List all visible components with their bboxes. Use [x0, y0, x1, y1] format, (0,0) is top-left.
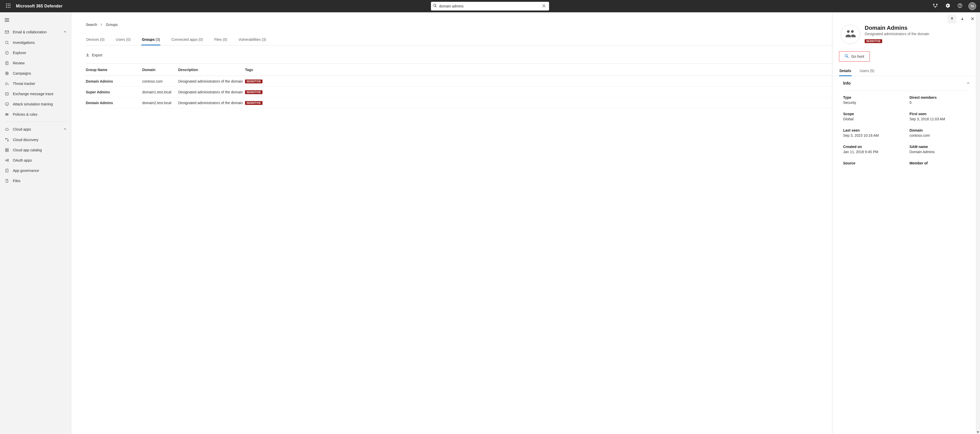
sensitive-badge: SENSITIVE	[245, 101, 262, 105]
info-member-of: Member of	[910, 161, 970, 165]
sidebar-item-oauth-apps[interactable]: OAuth apps	[2, 155, 70, 165]
sidebar-item-investigations[interactable]: Investigations	[2, 38, 70, 48]
tab-vulnerabilities[interactable]: Vulnerabilities (3)	[238, 38, 267, 45]
panel-title: Domain Admins	[865, 25, 929, 31]
sidebar-item-attack-sim[interactable]: Attack simulation training	[2, 99, 70, 109]
cloud-icon	[5, 127, 9, 131]
column-header[interactable]: Group Name	[86, 68, 142, 72]
panel-tab-details[interactable]: Details	[839, 69, 852, 76]
svg-rect-30	[5, 150, 7, 152]
info-section-header[interactable]: Info	[843, 76, 970, 90]
sidebar-item-app-governance[interactable]: App governance	[2, 165, 70, 176]
svg-rect-22	[5, 103, 8, 105]
tab-devices[interactable]: Devices (0)	[86, 38, 105, 45]
panel-prev-button[interactable]	[948, 15, 956, 24]
cell-group-name: Domain Admins	[86, 79, 142, 83]
svg-point-23	[6, 113, 7, 114]
info-sam-name: SAM name Domain Admins	[910, 145, 970, 154]
exchange-trace-icon	[5, 92, 9, 96]
info-value: Sep 3, 2018 11:03 AM	[910, 117, 970, 121]
account-button[interactable]: TA	[967, 0, 978, 12]
column-header[interactable]: Tags	[245, 68, 273, 72]
sidebar-item-review[interactable]: Review	[2, 58, 70, 68]
svg-point-5	[10, 5, 11, 6]
info-label: Domain	[910, 128, 970, 132]
nav-group-cloud[interactable]: Cloud apps	[2, 124, 70, 135]
group-avatar	[840, 25, 860, 44]
app-governance-icon	[5, 168, 9, 173]
info-label: Member of	[910, 161, 970, 165]
hamburger-icon	[5, 18, 9, 23]
nav-group-email[interactable]: Email & collaboration	[2, 27, 70, 38]
flow-button[interactable]	[930, 0, 941, 12]
settings-button[interactable]	[942, 0, 953, 12]
nav-group-label: Email & collaboration	[13, 30, 47, 34]
collapse-nav-button[interactable]	[2, 14, 70, 27]
sidebar-item-exchange-trace[interactable]: Exchange message trace	[2, 89, 70, 99]
sidebar-item-label: Investigations	[13, 41, 35, 44]
tab-users[interactable]: Users (0)	[115, 38, 131, 45]
go-hunt-button[interactable]: Go hunt	[839, 51, 870, 62]
sidebar-item-label: Attack simulation training	[13, 102, 53, 106]
svg-point-15	[5, 41, 8, 44]
column-header[interactable]: Domain	[142, 68, 178, 72]
svg-point-2	[10, 3, 11, 4]
info-value: Domain Admins	[910, 150, 970, 154]
svg-point-26	[5, 138, 6, 139]
svg-point-1	[8, 3, 9, 4]
svg-rect-21	[5, 93, 8, 95]
info-label: Created on	[843, 145, 904, 149]
sidebar-item-label: Review	[13, 61, 25, 65]
nav-divider	[4, 122, 67, 122]
tab-groups[interactable]: Groups (3)	[141, 38, 161, 45]
column-header[interactable]: Description	[178, 68, 245, 72]
sidebar-item-explorer[interactable]: Explorer	[2, 48, 70, 58]
cell-domain: domain2.test.local	[142, 101, 178, 105]
info-label: SAM name	[910, 145, 970, 149]
arrow-down-icon	[961, 17, 964, 22]
breadcrumb-root[interactable]: Search	[86, 22, 97, 27]
panel-close-button[interactable]	[968, 15, 977, 24]
app-launcher-button[interactable]	[2, 0, 14, 12]
cell-description: Designated administrators of the domain	[178, 90, 245, 94]
svg-rect-28	[5, 149, 7, 150]
vertical-scrollbar[interactable]	[976, 12, 980, 434]
sidebar-item-cloud-catalog[interactable]: Cloud app catalog	[2, 145, 70, 155]
sidebar-item-label: App governance	[13, 168, 39, 173]
info-scope: Scope Global	[843, 112, 904, 121]
detail-panel: Domain Admins Designated administrators …	[833, 12, 980, 434]
info-section-title: Info	[843, 81, 851, 86]
attack-sim-icon	[5, 102, 9, 106]
svg-point-13	[960, 7, 960, 7]
sidebar-item-cloud-discovery[interactable]: Cloud discovery	[2, 135, 70, 145]
svg-rect-29	[7, 149, 8, 150]
info-label: Type	[843, 95, 904, 100]
sensitive-badge: SENSITIVE	[865, 39, 882, 43]
main-content: Search Groups Devices (0)Users (0)Groups…	[72, 12, 980, 434]
global-search[interactable]	[431, 2, 549, 11]
panel-next-button[interactable]	[958, 15, 967, 24]
nav-group-label: Cloud apps	[13, 127, 31, 131]
cloud-discovery-icon	[5, 138, 9, 142]
sidebar-item-policies-rules[interactable]: Policies & rules	[2, 109, 70, 120]
sidebar-item-label: Threat tracker	[13, 82, 35, 86]
svg-point-4	[8, 5, 9, 6]
export-label: Export	[92, 53, 102, 57]
help-button[interactable]	[954, 0, 966, 12]
info-label: First seen	[910, 112, 970, 116]
sidebar-item-campaigns[interactable]: Campaigns	[2, 68, 70, 79]
info-domain: Domain contoso.com	[910, 128, 970, 138]
chevron-up-icon	[967, 81, 970, 86]
oauth-apps-icon	[5, 158, 9, 163]
tab-label: Connected apps	[171, 38, 197, 41]
info-label: Source	[843, 161, 904, 165]
sidebar-item-threat-tracker[interactable]: Threat tracker	[2, 79, 70, 89]
sidebar-item-files[interactable]: Files	[2, 176, 70, 186]
sidebar-item-label: Cloud app catalog	[13, 148, 42, 152]
tab-connected-apps[interactable]: Connected apps (0)	[171, 38, 204, 45]
panel-tab-users[interactable]: Users (5)	[859, 69, 875, 76]
tab-files[interactable]: Files (0)	[214, 38, 228, 45]
clear-search-button[interactable]	[541, 3, 547, 9]
search-input[interactable]	[439, 4, 541, 8]
svg-point-34	[8, 161, 8, 162]
